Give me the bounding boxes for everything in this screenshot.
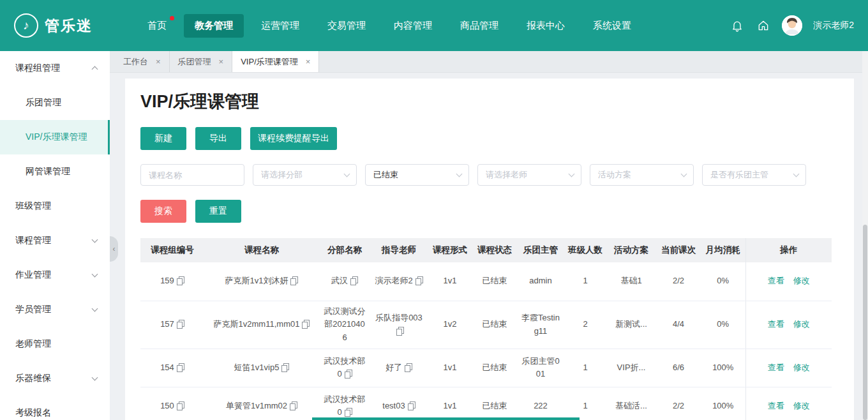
top-nav-item-2[interactable]: 教务管理 xyxy=(184,14,244,38)
search-button[interactable]: 搜索 xyxy=(140,200,186,223)
copy-icon[interactable] xyxy=(177,320,184,328)
sidebar-item-1[interactable]: 课程组管理 xyxy=(0,51,110,86)
copy-icon[interactable] xyxy=(345,408,352,416)
tab-close-icon[interactable]: × xyxy=(219,57,224,66)
edit-link[interactable]: 修改 xyxy=(793,276,810,285)
tab-close-icon[interactable]: × xyxy=(156,57,161,66)
top-nav-item-7[interactable]: 报表中心 xyxy=(516,14,576,38)
cell-text: 单簧管1v1mm02 xyxy=(226,401,287,410)
logo-text: 管乐迷 xyxy=(45,16,93,36)
table-header-2: 课程名称 xyxy=(204,238,319,262)
copy-icon[interactable] xyxy=(290,276,298,285)
action-button-2[interactable]: 导出 xyxy=(195,127,241,150)
user-name[interactable]: 演示老师2 xyxy=(813,20,854,31)
table-header-8: 班级人数 xyxy=(564,238,606,262)
tab-1[interactable]: 工作台× xyxy=(115,51,170,72)
table-wrap: 课程组编号课程名称分部名称指导老师课程形式课程状态乐团主管班级人数活动方案当前课… xyxy=(140,238,839,420)
cell-text: 0% xyxy=(717,276,729,285)
edit-link[interactable]: 修改 xyxy=(793,401,810,410)
filter-select-3[interactable]: 已结束 xyxy=(365,164,469,186)
top-nav-item-label: 教务管理 xyxy=(195,20,233,31)
home-icon[interactable] xyxy=(756,18,771,33)
edit-link[interactable]: 修改 xyxy=(793,363,810,372)
copy-icon[interactable] xyxy=(281,363,289,371)
sidebar-item-4[interactable]: 作业管理 xyxy=(0,258,110,292)
copy-icon[interactable] xyxy=(415,276,423,285)
tab-3[interactable]: VIP/乐理课管理× xyxy=(232,51,319,72)
copy-icon[interactable] xyxy=(177,401,184,410)
sidebar-item-label: 班级管理 xyxy=(15,200,51,212)
top-nav-item-5[interactable]: 内容管理 xyxy=(383,14,443,38)
copy-icon[interactable] xyxy=(408,401,415,410)
cell-text: 4/4 xyxy=(673,319,684,329)
notification-dot xyxy=(170,16,174,20)
sidebar-item-7[interactable]: 乐器维保 xyxy=(0,361,110,396)
copy-icon[interactable] xyxy=(405,363,412,371)
top-nav-item-3[interactable]: 运营管理 xyxy=(250,14,310,38)
copy-icon[interactable] xyxy=(345,370,352,378)
user-avatar[interactable] xyxy=(782,15,802,36)
sidebar-item-8[interactable]: 考级报名 xyxy=(0,396,110,420)
table-header-12: 操作 xyxy=(745,238,832,262)
sidebar-item-label: 考级报名 xyxy=(15,407,51,419)
cell-name: 单簧管1v1mm02 xyxy=(204,387,319,420)
select-value: 请选择分部 xyxy=(261,169,303,181)
filter-select-2[interactable]: 请选择分部 xyxy=(253,164,357,186)
action-button-1[interactable]: 新建 xyxy=(140,127,186,150)
reset-button[interactable]: 重置 xyxy=(195,200,241,223)
sidebar-subitem-3[interactable]: 网管课管理 xyxy=(0,154,110,189)
cell-form: 1v2 xyxy=(428,301,472,349)
copy-icon[interactable] xyxy=(177,276,184,285)
view-link[interactable]: 查看 xyxy=(768,319,784,329)
cell-text: 乐队指导003 xyxy=(375,313,423,322)
sidebar-item-5[interactable]: 学员管理 xyxy=(0,292,110,327)
cell-text: 演示老师2 xyxy=(375,276,412,285)
top-nav-item-6[interactable]: 商品管理 xyxy=(449,14,509,38)
bell-icon[interactable] xyxy=(730,18,745,33)
copy-icon[interactable] xyxy=(302,320,310,328)
cell-text: 已结束 xyxy=(483,276,507,285)
cell-text: 武汉 xyxy=(331,276,348,285)
top-nav-item-8[interactable]: 系统设置 xyxy=(582,14,642,38)
cell-branch: 武汉技术部0 xyxy=(319,387,370,420)
copy-icon[interactable] xyxy=(350,276,358,285)
filter-select-6[interactable]: 是否有乐团主管 xyxy=(702,164,806,186)
sidebar-item-2[interactable]: 班级管理 xyxy=(0,189,110,223)
edit-link[interactable]: 修改 xyxy=(793,319,810,329)
cell-id: 154 xyxy=(140,349,204,387)
page: VIP/乐理课管理 新建导出课程续费提醒导出 请选择分部已结束请选择老师活动方案… xyxy=(110,73,868,420)
chevron-down-icon xyxy=(681,171,687,177)
cell-session: 2/2 xyxy=(656,387,701,420)
view-link[interactable]: 查看 xyxy=(768,363,784,372)
sidebar-item-label: 乐器维保 xyxy=(15,373,51,384)
cell-session: 4/4 xyxy=(656,301,701,349)
top-nav-item-label: 交易管理 xyxy=(327,20,366,31)
copy-icon[interactable] xyxy=(290,401,297,410)
sidebar-subitem-1[interactable]: 乐团管理 xyxy=(0,86,110,120)
sidebar-subitem-2[interactable]: VIP/乐理课管理 xyxy=(0,120,110,154)
sidebar-item-6[interactable]: 老师管理 xyxy=(0,327,110,361)
top-nav-item-4[interactable]: 交易管理 xyxy=(317,14,377,38)
action-button-3[interactable]: 课程续费提醒导出 xyxy=(250,127,337,150)
select-value: 是否有乐团主管 xyxy=(710,169,768,181)
cell-text: 萨克斯1v2mm11,mm01 xyxy=(214,319,300,329)
filter-input-1[interactable] xyxy=(140,164,244,186)
filter-select-4[interactable]: 请选择老师 xyxy=(477,164,581,186)
filter-select-5[interactable]: 活动方案 xyxy=(590,164,694,186)
top-nav-item-1[interactable]: 首页 xyxy=(137,14,177,38)
cell-text: 2/2 xyxy=(673,401,684,410)
sidebar-item-3[interactable]: 课程管理 xyxy=(0,223,110,258)
tab-2[interactable]: 乐团管理× xyxy=(170,51,233,72)
view-link[interactable]: 查看 xyxy=(768,276,784,285)
actions-row: 新建导出课程续费提醒导出 xyxy=(140,127,839,150)
chevron-down-icon xyxy=(92,375,98,381)
cell-text: 222 xyxy=(534,401,548,410)
copy-icon[interactable] xyxy=(177,363,184,371)
view-link[interactable]: 查看 xyxy=(768,401,784,410)
cell-manager: admin xyxy=(517,262,564,301)
tab-close-icon[interactable]: × xyxy=(306,57,311,66)
copy-icon[interactable] xyxy=(396,327,404,335)
scrollbar-thumb[interactable] xyxy=(863,225,867,420)
cell-teacher: 好了 xyxy=(370,349,428,387)
cell-consume: 0% xyxy=(701,262,745,301)
